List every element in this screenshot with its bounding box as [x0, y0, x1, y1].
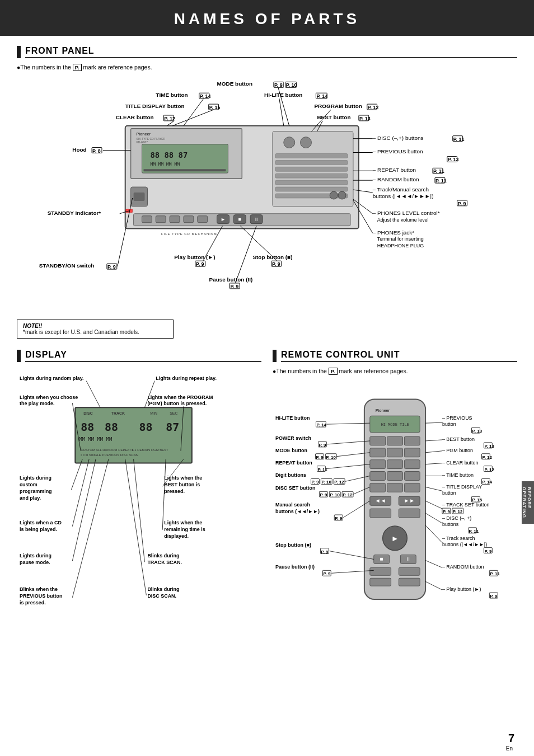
svg-text:– DISC (–, +): – DISC (–, +) [442, 515, 471, 521]
svg-line-262 [425, 451, 442, 453]
svg-text:HI   MODE  TILE: HI MODE TILE [381, 422, 409, 427]
svg-rect-179 [387, 460, 403, 469]
svg-text:Lights when you choose: Lights when you choose [20, 395, 78, 400]
svg-rect-181 [370, 472, 386, 481]
svg-line-210 [327, 441, 369, 444]
svg-text:P. 9: P. 9 [321, 550, 329, 555]
svg-text:P. 9: P. 9 [484, 549, 492, 554]
svg-text:TRACK SCAN.: TRACK SCAN. [147, 560, 182, 565]
page-en-label: En [506, 745, 513, 752]
svg-text:Digit buttons: Digit buttons [275, 472, 306, 478]
svg-text:P. 13: P. 13 [484, 444, 494, 449]
svg-text:P. 9: P. 9 [323, 571, 331, 576]
svg-text:P. 9: P. 9 [490, 594, 498, 599]
svg-rect-201 [370, 578, 391, 586]
svg-line-286 [425, 513, 442, 523]
svg-text:88: 88 [105, 421, 118, 434]
svg-text:– BEST button: – BEST button [442, 436, 475, 442]
front-panel-section: FRONT PANEL ●The numbers in the P. mark … [17, 46, 517, 339]
display-section-bar [17, 350, 21, 362]
svg-rect-184 [370, 483, 386, 492]
svg-text:P. 11: P. 11 [435, 178, 447, 184]
svg-rect-29 [275, 187, 348, 191]
svg-text:is pressed.: is pressed. [20, 600, 46, 605]
svg-text:P. 11: P. 11 [317, 467, 327, 472]
svg-text:– Track search: – Track search [442, 536, 475, 541]
svg-text:– Play button (►): – Play button (►) [442, 586, 481, 592]
remote-title: REMOTE CONTROL UNIT [281, 350, 517, 362]
svg-text:■: ■ [380, 556, 383, 562]
svg-rect-8 [143, 169, 226, 171]
remote-section-bar [273, 350, 277, 362]
svg-text:P. 10: P. 10 [321, 480, 331, 485]
svg-text:P. 10: P. 10 [326, 455, 336, 460]
page-header: NAMES OF PARTS [0, 0, 534, 36]
svg-rect-13 [184, 216, 194, 223]
svg-text:– TITLE DISPLAY: – TITLE DISPLAY [442, 484, 482, 490]
svg-text:PREVIOUS button: PREVIOUS button [20, 593, 62, 599]
remote-diagram: Pioneer HI MODE TILE [273, 379, 517, 653]
svg-text:87: 87 [166, 421, 179, 434]
svg-rect-173 [387, 436, 403, 445]
section-bar [17, 46, 21, 58]
svg-text:DISC SCAN.: DISC SCAN. [147, 593, 176, 599]
svg-text:Lights when a CD: Lights when a CD [20, 520, 62, 525]
svg-text:pressed.: pressed. [164, 489, 185, 494]
svg-text:Blinks when the: Blinks when the [20, 586, 58, 592]
svg-text:■: ■ [238, 217, 241, 222]
svg-point-23 [301, 137, 312, 148]
svg-text:POWER switch: POWER switch [275, 435, 311, 441]
svg-text:Pause button (II): Pause button (II) [209, 276, 253, 283]
svg-text:buttons: buttons [442, 522, 459, 527]
svg-text:Play button (►): Play button (►) [174, 254, 215, 260]
svg-text:– TRACK SET button: – TRACK SET button [442, 502, 490, 508]
svg-line-220 [326, 464, 369, 469]
svg-text:P. 9: P. 9 [196, 261, 204, 267]
svg-text:– REPEAT button: – REPEAT button [373, 167, 416, 173]
svg-text:BEST button: BEST button [317, 114, 350, 120]
svg-line-56 [184, 98, 204, 126]
svg-text:STANDBY indicator*: STANDBY indicator* [48, 210, 101, 216]
front-panel-title: FRONT PANEL [25, 46, 517, 58]
svg-text:P. 9: P. 9 [107, 264, 116, 270]
svg-line-64 [172, 110, 214, 126]
svg-text:buttons (◄◄/►►): buttons (◄◄/►►) [275, 509, 320, 514]
svg-text:button: button [442, 490, 456, 496]
svg-rect-26 [275, 167, 348, 171]
svg-text:STANDBY/ON switch: STANDBY/ON switch [39, 262, 95, 269]
svg-text:displayed.: displayed. [164, 533, 189, 539]
svg-text:Lights during: Lights during [20, 475, 51, 481]
note-text: *mark is except for U.S. and Canadian mo… [23, 329, 167, 335]
svg-text:P. 9: P. 9 [320, 492, 327, 497]
svg-text:P. 12: P. 12 [343, 492, 353, 497]
svg-text:P. 13: P. 13 [472, 429, 483, 434]
page-number: 7 [508, 732, 514, 745]
svg-line-206 [326, 423, 369, 424]
svg-text:programming: programming [20, 489, 52, 494]
svg-line-60 [279, 98, 284, 126]
svg-rect-200 [399, 567, 420, 575]
svg-rect-12 [170, 216, 180, 223]
svg-text:Adjust the volume level: Adjust the volume level [377, 217, 429, 223]
svg-text:DISC SET button: DISC SET button [275, 485, 316, 491]
svg-text:P. 12: P. 12 [164, 116, 175, 121]
svg-text:P. 11: P. 11 [469, 529, 479, 534]
display-header: DISPLAY [17, 350, 261, 362]
svg-text:MODE button: MODE button [217, 81, 252, 87]
svg-text:Lights when the: Lights when the [164, 520, 202, 525]
svg-text:Lights during repeat play.: Lights during repeat play. [156, 375, 217, 381]
svg-text:buttons (|◄◄/►►|): buttons (|◄◄/►►|) [442, 542, 487, 547]
svg-text:P. 11: P. 11 [453, 137, 465, 142]
side-tab-line1: BEFORE [527, 487, 532, 518]
svg-text:SEC: SEC [170, 411, 177, 415]
svg-text:P. 10: P. 10 [330, 492, 340, 497]
svg-text:P. 12: P. 12 [453, 509, 463, 514]
svg-text:P. 9: P. 9 [230, 284, 238, 289]
svg-text:custom: custom [20, 482, 38, 487]
svg-text:REPEAT button: REPEAT button [275, 460, 312, 466]
svg-rect-183 [404, 472, 420, 481]
svg-text:P. 9: P. 9 [318, 443, 326, 448]
svg-text:– PHONES LEVEL control*: – PHONES LEVEL control* [373, 210, 440, 216]
svg-text:– PGM button: – PGM button [442, 448, 473, 453]
svg-text:PROGRAM button: PROGRAM button [314, 103, 362, 109]
